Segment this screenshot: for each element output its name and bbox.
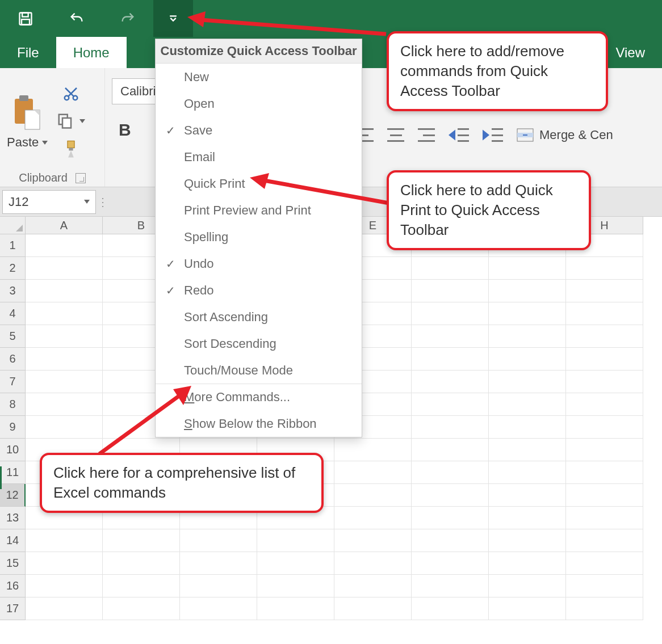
cell[interactable] xyxy=(412,302,489,325)
increase-indent-button[interactable] xyxy=(483,128,503,142)
cell[interactable] xyxy=(103,529,180,552)
cell[interactable] xyxy=(489,552,566,575)
row-header[interactable]: 8 xyxy=(0,393,26,416)
row-header[interactable]: 17 xyxy=(0,597,26,620)
qat-menu-item[interactable]: Spelling xyxy=(156,224,362,250)
name-box[interactable]: J12 xyxy=(2,190,96,214)
undo-button[interactable] xyxy=(51,0,102,37)
qat-menu-item[interactable]: Redo xyxy=(156,277,362,304)
qat-menu-item[interactable]: Open xyxy=(156,90,362,117)
row-header[interactable]: 2 xyxy=(0,257,26,280)
cell[interactable] xyxy=(412,461,489,484)
cell[interactable] xyxy=(489,529,566,552)
row-header[interactable]: 10 xyxy=(0,439,26,461)
cell[interactable] xyxy=(489,461,566,484)
cell[interactable] xyxy=(566,529,643,552)
cell[interactable] xyxy=(26,348,103,371)
cell[interactable] xyxy=(489,393,566,416)
cell[interactable] xyxy=(257,575,334,597)
cell[interactable] xyxy=(103,552,180,575)
cell[interactable] xyxy=(334,484,412,507)
cell[interactable] xyxy=(412,371,489,393)
row-header[interactable]: 15 xyxy=(0,552,26,575)
cell[interactable] xyxy=(566,393,643,416)
cell[interactable] xyxy=(412,575,489,597)
cell[interactable] xyxy=(566,439,643,461)
merge-center-button[interactable]: Merge & Cen xyxy=(517,128,613,142)
cell[interactable] xyxy=(26,325,103,348)
row-header[interactable]: 4 xyxy=(0,302,26,325)
row-header[interactable]: 13 xyxy=(0,507,26,529)
cell[interactable] xyxy=(489,280,566,302)
row-header[interactable]: 9 xyxy=(0,416,26,439)
cell[interactable] xyxy=(412,280,489,302)
cell[interactable] xyxy=(334,597,412,620)
row-header[interactable]: 1 xyxy=(0,234,26,257)
cell[interactable] xyxy=(180,575,257,597)
cell[interactable] xyxy=(26,234,103,257)
formula-bar-handle[interactable]: ⋮ xyxy=(96,195,111,209)
cell[interactable] xyxy=(26,302,103,325)
cell[interactable] xyxy=(180,552,257,575)
qat-menu-item[interactable]: Email xyxy=(156,144,362,170)
cell[interactable] xyxy=(334,529,412,552)
align-center-button[interactable] xyxy=(387,128,404,142)
row-header[interactable]: 14 xyxy=(0,529,26,552)
cell[interactable] xyxy=(412,552,489,575)
cell[interactable] xyxy=(26,257,103,280)
qat-menu-item[interactable]: Sort Descending xyxy=(156,330,362,357)
cell[interactable] xyxy=(566,484,643,507)
column-header[interactable]: A xyxy=(26,217,103,234)
cell[interactable] xyxy=(26,529,103,552)
cell[interactable] xyxy=(566,348,643,371)
cell[interactable] xyxy=(566,416,643,439)
cell[interactable] xyxy=(257,552,334,575)
cell[interactable] xyxy=(489,257,566,280)
cell[interactable] xyxy=(180,529,257,552)
cell[interactable] xyxy=(412,597,489,620)
redo-button[interactable] xyxy=(102,0,153,37)
qat-menu-item[interactable]: Sort Ascending xyxy=(156,304,362,330)
format-painter-button[interactable] xyxy=(62,140,79,159)
cell[interactable] xyxy=(489,484,566,507)
cell[interactable] xyxy=(489,439,566,461)
cell[interactable] xyxy=(566,461,643,484)
cell[interactable] xyxy=(489,348,566,371)
tab-home[interactable]: Home xyxy=(56,37,127,68)
cell[interactable] xyxy=(26,552,103,575)
cell[interactable] xyxy=(566,325,643,348)
qat-menu-item[interactable]: Save xyxy=(156,117,362,144)
cell[interactable] xyxy=(412,325,489,348)
row-header[interactable]: 6 xyxy=(0,348,26,371)
cell[interactable] xyxy=(412,529,489,552)
select-all-button[interactable] xyxy=(0,217,26,234)
cell[interactable] xyxy=(257,597,334,620)
row-header[interactable]: 16 xyxy=(0,575,26,597)
cell[interactable] xyxy=(412,348,489,371)
align-right-button[interactable] xyxy=(418,128,435,142)
qat-menu-item[interactable]: Touch/Mouse Mode xyxy=(156,357,362,384)
cell[interactable] xyxy=(334,575,412,597)
cell[interactable] xyxy=(566,371,643,393)
cell[interactable] xyxy=(26,393,103,416)
cell[interactable] xyxy=(412,439,489,461)
row-header[interactable]: 5 xyxy=(0,325,26,348)
cell[interactable] xyxy=(489,507,566,529)
row-header[interactable]: 3 xyxy=(0,280,26,302)
cell[interactable] xyxy=(334,552,412,575)
paste-button[interactable]: Paste xyxy=(7,94,48,150)
tab-file[interactable]: File xyxy=(0,37,56,68)
cell[interactable] xyxy=(489,302,566,325)
cell[interactable] xyxy=(334,507,412,529)
cell[interactable] xyxy=(489,575,566,597)
cell[interactable] xyxy=(334,461,412,484)
cell[interactable] xyxy=(180,597,257,620)
cell[interactable] xyxy=(257,529,334,552)
cell[interactable] xyxy=(489,597,566,620)
cell[interactable] xyxy=(566,280,643,302)
cell[interactable] xyxy=(489,371,566,393)
cell[interactable] xyxy=(412,416,489,439)
cell[interactable] xyxy=(566,575,643,597)
row-header[interactable]: 7 xyxy=(0,371,26,393)
cell[interactable] xyxy=(26,416,103,439)
